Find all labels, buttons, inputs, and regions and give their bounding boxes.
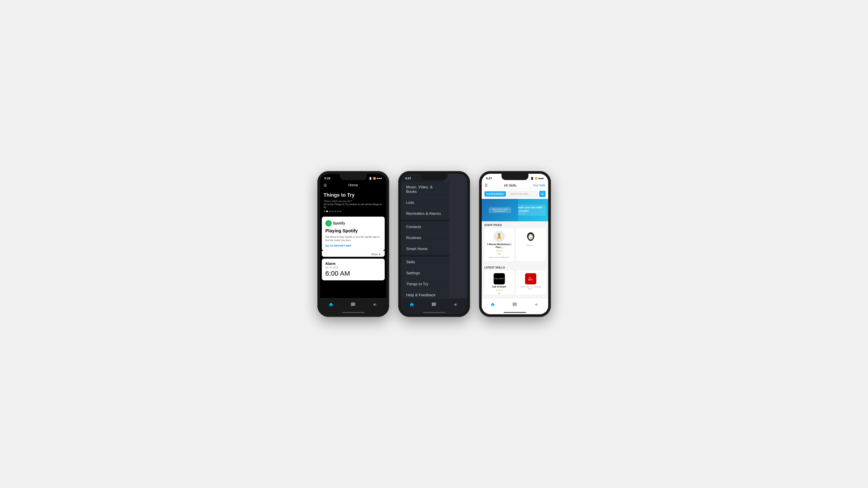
section-desc: Go to the Things to Try section to see a… xyxy=(323,203,383,208)
latest-skills-header: LATEST SKILLS xyxy=(482,264,548,270)
skill4-phrase: "Alexa, ask U.S. checking acco... xyxy=(518,286,543,290)
categories-button[interactable]: CATEGORIES xyxy=(485,191,506,197)
dot-5[interactable] xyxy=(334,210,336,212)
hamburger3-icon[interactable]: ☰ xyxy=(485,183,488,188)
dot-1[interactable] xyxy=(323,210,325,212)
skill1-name: 1-Minute Mindfulness | Peac... xyxy=(487,243,512,249)
battery-icon: ▰▰▰ xyxy=(377,177,382,180)
svg-point-4 xyxy=(529,235,530,236)
tab3-messages[interactable] xyxy=(512,302,517,307)
menu-item-contacts[interactable]: Contacts xyxy=(401,222,450,233)
filter-bar: CATEGORIES Search all skills xyxy=(482,189,548,199)
spotify-card: ♫ Spotify Playing Spotify Ask Alexa to p… xyxy=(322,217,385,251)
menu-item-routines[interactable]: Routines xyxy=(401,233,450,243)
skill3-name: Call of Duty® xyxy=(492,285,506,288)
banner-text: Create your own skills in minutes. Learn… xyxy=(515,204,546,216)
banner-illustration: "Alexa, tell me about Skill Blueprints." xyxy=(482,199,518,221)
go-to-spotify-link[interactable]: GO TO SPOTIFY APP xyxy=(326,245,381,247)
skill1-phrase: "Alexa, Open Mindfulness" xyxy=(489,256,510,258)
alarm-time: 6:00 AM xyxy=(326,269,381,277)
dot-7[interactable] xyxy=(340,210,341,212)
menu-item-settings[interactable]: Settings xyxy=(401,268,450,279)
skill1-count: 154 xyxy=(497,253,501,255)
tab3-now-playing[interactable] xyxy=(534,302,539,307)
menu-item-smarthome[interactable]: Smart Home xyxy=(401,243,450,255)
banner-sub-text: Learn more › xyxy=(516,213,544,215)
tab2-home[interactable] xyxy=(409,302,414,307)
skills-content: "Alexa, tell me about Skill Blueprints."… xyxy=(482,199,548,294)
phone2-time: 5:27 xyxy=(405,177,411,180)
skill1-stars: ★★★★ xyxy=(496,250,503,252)
skill-card-penguin[interactable]: "Alexa, s... xyxy=(516,228,546,261)
skill-card-callofduty[interactable]: CALL DUTY Call of Duty® ★★★★ 29 "Alexa, … xyxy=(485,270,514,294)
mindfulness-icon: 🧘 xyxy=(494,231,505,242)
tab2-messages[interactable] xyxy=(431,302,436,307)
menu-item-music[interactable]: Music, Video, & Books xyxy=(401,182,450,197)
phones-container: 5:28 ▐▌ 📶 ▰▰▰ ☰ Home Things to Try "Alex… xyxy=(317,171,551,317)
card-title: Playing Spotify xyxy=(326,228,381,233)
staff-picks-row: 🧘 1-Minute Mindfulness | Peac... ★★★★ 15… xyxy=(482,228,548,264)
tab2-now-playing[interactable] xyxy=(454,302,459,307)
wifi-icon: 📶 xyxy=(373,177,376,180)
menu-item-things-to-try[interactable]: Things to Try xyxy=(401,279,450,290)
banner-main-text: Create your own skills in minutes. xyxy=(516,206,544,213)
menu-spacer2 xyxy=(401,255,450,257)
battery-icon: ▰▰▰ xyxy=(538,177,544,180)
nav-menu: Music, Video, & Books Lists Reminders & … xyxy=(401,182,450,298)
phone1-nav-title: Home xyxy=(348,183,358,187)
section-title: Things to Try xyxy=(323,192,383,198)
section-subtitle: "Alexa, what can you do?" xyxy=(323,200,383,202)
dot-4[interactable] xyxy=(332,210,333,212)
svg-point-6 xyxy=(530,237,532,238)
skill3-stars: ★★★★ xyxy=(496,289,503,291)
phone1-status-icons: ▐▌ 📶 ▰▰▰ xyxy=(369,177,382,180)
phone3-title: All Skills xyxy=(489,184,531,187)
search-box[interactable]: Search all skills xyxy=(508,191,537,197)
skill3-count: 29 xyxy=(498,292,500,294)
staff-picks-header: STAFF PICKS xyxy=(482,221,548,228)
home-indicator3 xyxy=(504,312,526,313)
menu-spacer1 xyxy=(401,219,450,222)
dot-2[interactable] xyxy=(326,210,328,212)
tab-messages[interactable] xyxy=(350,302,355,307)
your-skills-button[interactable]: Your Skills xyxy=(533,184,546,187)
skill-card-usbank[interactable]: U.S.Bank "Alexa, ask U.S. checking acco.… xyxy=(516,270,546,294)
phone3-screen: 5:27 ▐▌ 📶 ▰▰▰ ☰ All Skills Your Skills C… xyxy=(482,174,548,314)
alarm-label: Alarm xyxy=(326,262,381,266)
call-of-duty-icon: CALL DUTY xyxy=(494,273,505,284)
usbank-icon: U.S.Bank xyxy=(525,273,536,284)
chevron-down-icon: ▼ xyxy=(378,253,381,256)
skills-banner[interactable]: "Alexa, tell me about Skill Blueprints."… xyxy=(482,199,548,221)
menu-item-reminders[interactable]: Reminders & Alarms xyxy=(401,208,450,219)
things-to-try-section: Things to Try "Alexa, what can you do?" … xyxy=(320,189,386,217)
tab3-home[interactable] xyxy=(490,302,495,307)
notch2 xyxy=(421,174,447,180)
menu-item-help[interactable]: Help & Feedback xyxy=(401,290,450,298)
phone3-status-icons: ▐▌ 📶 ▰▰▰ xyxy=(530,177,544,180)
tab-home[interactable] xyxy=(329,302,334,307)
latest-skills-row: CALL DUTY Call of Duty® ★★★★ 29 "Alexa, … xyxy=(482,270,548,294)
signal-icon: ▐▌ xyxy=(530,177,534,180)
dot-6[interactable] xyxy=(337,210,339,212)
alarm-card: Alarm Apr 24, 2018 6:00 AM xyxy=(322,259,385,280)
card-footer: More ▼ xyxy=(322,251,385,257)
more-button[interactable]: More ▼ xyxy=(371,253,381,256)
search-icon-button[interactable] xyxy=(539,191,546,197)
hamburger-icon[interactable]: ☰ xyxy=(323,183,327,188)
skill2-phrase: "Alexa, s... xyxy=(526,244,535,246)
banner-quote: "Alexa, tell me about Skill Blueprints." xyxy=(489,207,511,213)
skill-card-mindfulness[interactable]: 🧘 1-Minute Mindfulness | Peac... ★★★★ 15… xyxy=(485,228,514,261)
tab-now-playing[interactable] xyxy=(373,302,378,307)
phone2-screen: 5:27 ▐▌ 📶 ▰▰▰ Music, Video, & Books List… xyxy=(401,174,467,314)
alarm-date: Apr 24, 2018 xyxy=(326,266,381,269)
phone1-time: 5:28 xyxy=(324,177,330,180)
phone-menu: 5:27 ▐▌ 📶 ▰▰▰ Music, Video, & Books List… xyxy=(398,171,470,317)
menu-item-lists[interactable]: Lists xyxy=(401,197,450,208)
phone1-screen: 5:28 ▐▌ 📶 ▰▰▰ ☰ Home Things to Try "Alex… xyxy=(320,174,386,314)
svg-point-1 xyxy=(528,234,533,239)
menu-item-skills[interactable]: Skills xyxy=(401,257,450,268)
dot-3[interactable] xyxy=(329,210,331,212)
notch3 xyxy=(501,174,528,180)
svg-point-5 xyxy=(531,235,532,236)
phone3-topbar: ☰ All Skills Your Skills xyxy=(482,182,548,189)
